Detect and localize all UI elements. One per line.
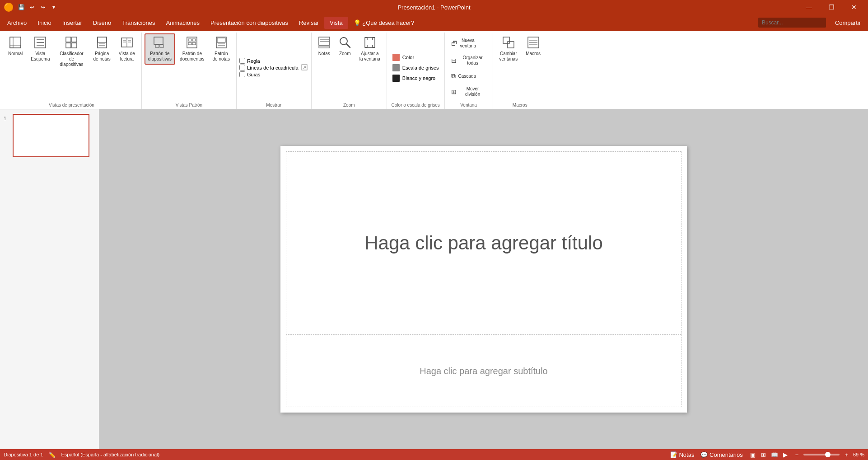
- menu-inicio[interactable]: Inicio: [32, 17, 56, 29]
- slide-number: 1: [4, 114, 10, 121]
- btn-cambiar-ventanas-label: Cambiarventanas: [499, 51, 518, 62]
- slide-subtitle-area[interactable]: Haga clic para agregar subtítulo: [286, 335, 681, 407]
- btn-vista-lectura[interactable]: Vista delectura: [115, 33, 139, 65]
- svg-rect-43: [508, 42, 514, 48]
- mover-division-icon: ⊞: [451, 88, 457, 95]
- btn-vista-esquema[interactable]: VistaEsquema: [27, 33, 53, 65]
- btn-nueva-ventana[interactable]: 🗗 Nuevaventana: [448, 35, 480, 52]
- ribbon-group-macros: Cambiarventanas Macros Macros: [493, 33, 547, 109]
- btn-escala-grises[interactable]: Escala de grises: [390, 63, 442, 73]
- slide-title-area[interactable]: Haga clic para agregar título: [286, 151, 681, 335]
- language-info: Español (España - alfabetización tradici…: [61, 452, 159, 457]
- notes-button[interactable]: 📝 Notas: [669, 451, 696, 458]
- btn-macros-label: Macros: [526, 51, 541, 56]
- btn-organizar-todas[interactable]: ⊟ Organizar todas: [448, 52, 490, 69]
- svg-rect-30: [217, 38, 225, 42]
- vistas-patron-label: Vistas Patrón: [145, 102, 233, 109]
- redo-button[interactable]: ↪: [38, 2, 48, 12]
- macros-label: Macros: [496, 102, 544, 109]
- slide-canvas[interactable]: Haga clic para agregar título Haga clic …: [280, 146, 687, 413]
- btn-nueva-ventana-label: Nuevaventana: [460, 38, 476, 49]
- checkbox-lineas[interactable]: Líneas de la cuadrícula: [239, 65, 299, 70]
- btn-cambiar-ventanas[interactable]: Cambiarventanas: [496, 33, 522, 65]
- btn-macros[interactable]: Macros: [522, 33, 544, 59]
- customize-quick-access-button[interactable]: ▾: [49, 2, 59, 12]
- comments-icon: 💬: [700, 451, 708, 458]
- btn-patron-notas[interactable]: Patrónde notas: [209, 33, 233, 65]
- btn-zoom[interactable]: Zoom: [335, 33, 355, 59]
- slide-thumbnail[interactable]: [13, 114, 89, 157]
- checkbox-regla[interactable]: Regla: [239, 58, 299, 64]
- btn-color[interactable]: Color: [390, 52, 442, 62]
- ribbon-group-vistas-presentacion: Normal VistaEsquema: [2, 33, 142, 109]
- btn-cascada-label: Cascada: [458, 74, 476, 79]
- checkbox-guias[interactable]: Guías: [239, 71, 299, 77]
- close-button[interactable]: ✕: [844, 0, 864, 14]
- slide-title-placeholder[interactable]: Haga clic para agregar título: [364, 232, 603, 254]
- save-button[interactable]: 💾: [16, 2, 26, 12]
- menu-diseno[interactable]: Diseño: [88, 17, 117, 29]
- zoom-icon: [339, 36, 351, 50]
- regla-label: Regla: [247, 58, 260, 64]
- regla-checkbox[interactable]: [239, 58, 245, 64]
- menu-archivo[interactable]: Archivo: [2, 17, 32, 29]
- btn-cascada[interactable]: ⧉ Cascada: [448, 70, 480, 83]
- btn-pagina-notas[interactable]: Páginade notas: [89, 33, 114, 65]
- btn-ajustar-label: Ajustar ala ventana: [359, 51, 380, 62]
- edit-indicator-icon: ✏️: [48, 451, 56, 458]
- svg-rect-25: [188, 39, 191, 41]
- zoom-percent: 69 %: [853, 452, 864, 457]
- window-controls: — ❐ ✕: [798, 0, 864, 14]
- menu-animaciones[interactable]: Animaciones: [160, 17, 205, 29]
- reading-view-btn[interactable]: 📖: [770, 451, 779, 459]
- btn-patron-documentos-label: Patrón dedocumentos: [180, 51, 204, 62]
- blanco-negro-swatch: [392, 75, 400, 82]
- menu-presentacion[interactable]: Presentación con diapositivas: [205, 17, 294, 29]
- btn-clasificador[interactable]: Clasificador dediapositivas: [54, 33, 89, 70]
- slide-subtitle-placeholder[interactable]: Haga clic para agregar subtítulo: [420, 366, 548, 376]
- grid-view-btn[interactable]: ⊞: [759, 451, 769, 459]
- menu-transiciones[interactable]: Transiciones: [117, 17, 160, 29]
- btn-ajustar[interactable]: Ajustar ala ventana: [356, 33, 384, 65]
- normal-view-btn[interactable]: ▣: [748, 451, 758, 459]
- btn-normal[interactable]: Normal: [5, 33, 26, 59]
- menu-vista[interactable]: Vista: [324, 17, 348, 29]
- menu-revisar[interactable]: Revisar: [294, 17, 324, 29]
- btn-vista-esquema-label: VistaEsquema: [31, 51, 50, 62]
- btn-patron-diapositivas[interactable]: Patrón dediapositivas: [145, 33, 175, 65]
- vistas-patron-items: Patrón dediapositivas Patrón dedocumento…: [145, 33, 233, 102]
- color-items: Color Escala de grises Blanco y negro: [390, 33, 442, 102]
- btn-notas[interactable]: Notas: [314, 33, 334, 59]
- mostrar-expand-icon[interactable]: ↗: [301, 64, 308, 71]
- zoom-slider[interactable]: [803, 454, 840, 455]
- guias-checkbox[interactable]: [239, 71, 245, 77]
- restore-button[interactable]: ❐: [821, 0, 842, 14]
- svg-rect-42: [503, 37, 509, 43]
- menu-insertar[interactable]: Insertar: [57, 17, 88, 29]
- btn-escala-grises-label: Escala de grises: [402, 65, 439, 70]
- svg-rect-9: [66, 43, 71, 48]
- btn-patron-documentos[interactable]: Patrón dedocumentos: [176, 33, 208, 65]
- canvas-area: Haga clic para agregar título Haga clic …: [99, 109, 868, 449]
- ribbon-group-ventana: 🗗 Nuevaventana ⊟ Organizar todas ⧉ Casca…: [445, 33, 493, 109]
- btn-mover-division[interactable]: ⊞ Mover división: [448, 84, 490, 100]
- share-button[interactable]: Compartir: [830, 18, 866, 28]
- ribbon-group-zoom: Notas Zoom: [312, 33, 387, 109]
- zoom-minus-btn[interactable]: −: [794, 451, 800, 458]
- undo-button[interactable]: ↩: [27, 2, 37, 12]
- search-box[interactable]: [758, 18, 826, 28]
- ribbon-group-vistas-patron: Patrón dediapositivas Patrón dedocumento…: [142, 33, 237, 109]
- svg-rect-0: [10, 37, 21, 48]
- clasificador-icon: [65, 36, 78, 50]
- minimize-button[interactable]: —: [798, 0, 819, 14]
- menu-help[interactable]: 💡 ¿Qué desea hacer?: [348, 17, 420, 29]
- comments-button[interactable]: 💬 Comentarios: [699, 451, 744, 458]
- macros-items: Cambiarventanas Macros: [496, 33, 544, 102]
- btn-blanco-negro[interactable]: Blanco y negro: [390, 73, 442, 83]
- zoom-plus-btn[interactable]: +: [843, 451, 849, 458]
- lineas-checkbox[interactable]: [239, 65, 245, 70]
- svg-text:↗: ↗: [303, 65, 306, 70]
- mostrar-label: Mostrar: [239, 102, 308, 109]
- zoom-slider-thumb[interactable]: [825, 452, 831, 457]
- slideshow-view-btn[interactable]: ▶: [780, 451, 790, 459]
